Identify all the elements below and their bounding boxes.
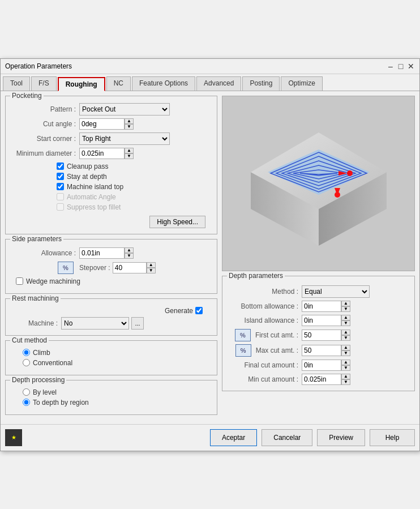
first-cut-percent-button[interactable]: % [235,329,251,341]
island-allowance-label: Island allowance : [228,316,302,324]
tab-bar: Tool F/S Roughing NC Feature Options Adv… [1,74,419,91]
side-parameters-label: Side parameters [10,235,63,243]
first-cut-input[interactable]: 50 [302,330,341,341]
stepover-input[interactable]: 40 [113,262,147,273]
generate-checkbox[interactable] [195,307,203,314]
final-cut-down[interactable]: ▼ [341,365,350,371]
island-allowance-up[interactable]: ▲ [341,315,350,320]
machine-select[interactable]: No Yes [61,317,129,330]
allowance-label: Allowance : [11,249,79,257]
machine-island-top-row: Machine island top [57,183,211,191]
cleanup-pass-label: Cleanup pass [67,162,108,170]
suppress-top-fillet-checkbox[interactable] [57,203,64,211]
min-diameter-up[interactable]: ▲ [125,148,134,153]
method-select[interactable]: Equal Constant Variable [302,285,370,298]
cut-angle-spinner: ▲ ▼ [125,118,134,130]
tab-optimize[interactable]: Optimize [281,76,322,91]
wedge-machining-label: Wedge machining [26,277,80,285]
first-cut-down[interactable]: ▼ [341,335,350,341]
bottom-allowance-spinner: ▲ ▼ [341,301,350,312]
min-cut-label: Min cut amount : [228,375,302,383]
window-controls: – □ ✕ [387,62,415,70]
stepover-down[interactable]: ▼ [147,268,156,273]
cut-angle-control: 0deg ▲ ▼ [79,118,211,130]
to-depth-radio[interactable] [23,399,30,406]
cut-angle-input[interactable]: 0deg [79,118,125,130]
min-diameter-label: Minimum diameter : [11,149,79,157]
machine-island-top-label: Machine island top [67,183,123,191]
tab-posting[interactable]: Posting [242,76,280,91]
conventional-radio[interactable] [23,359,30,366]
stepover-up[interactable]: ▲ [147,262,156,268]
pattern-select[interactable]: Pocket Out Pocket In Zigzag [79,103,170,116]
cleanup-pass-checkbox[interactable] [57,162,64,170]
by-level-radio[interactable] [23,388,30,396]
min-cut-up[interactable]: ▲ [341,374,350,379]
allowance-input[interactable]: 0.01in [79,247,125,259]
high-speed-button[interactable]: High Speed... [149,216,205,228]
side-percent-button[interactable]: % [58,262,74,274]
maximize-button[interactable]: □ [397,62,405,70]
to-depth-row: To depth by region [23,399,211,407]
conventional-row: Conventional [23,359,211,367]
bottom-allowance-down[interactable]: ▼ [341,306,350,312]
min-diameter-input[interactable]: 0.025in [79,148,125,159]
stay-at-depth-checkbox[interactable] [57,173,64,180]
start-corner-label: Start corner : [11,135,79,143]
generate-label: Generate [165,307,193,315]
min-diameter-control: 0.025in ▲ ▼ [79,148,211,159]
allowance-down[interactable]: ▼ [125,253,134,259]
final-cut-up[interactable]: ▲ [341,360,350,365]
max-cut-percent-button[interactable]: % [235,344,251,357]
bottom-allowance-up[interactable]: ▲ [341,301,350,306]
climb-label: Climb [33,349,50,357]
tab-tool[interactable]: Tool [3,76,30,91]
automatic-angle-label: Automatic Angle [67,193,116,201]
help-button[interactable]: Help [370,429,415,446]
wedge-machining-checkbox[interactable] [16,277,23,285]
start-corner-select[interactable]: Top Right Top Left Bottom Right Bottom L… [79,132,170,145]
minimize-button[interactable]: – [387,62,395,70]
right-panel: Depth parameters Method : Equal Constant… [222,96,415,420]
main-content: Pocketing Pattern : Pocket Out Pocket In… [1,91,419,424]
island-allowance-spinner: ▲ ▼ [341,315,350,326]
first-cut-spinner: ▲ ▼ [341,330,350,341]
tab-feature-options[interactable]: Feature Options [132,76,195,91]
machine-dots-button[interactable]: ... [131,317,144,330]
cut-angle-up[interactable]: ▲ [125,118,134,124]
max-cut-up[interactable]: ▲ [341,345,350,350]
cut-angle-down[interactable]: ▼ [125,124,134,130]
tab-advanced[interactable]: Advanced [196,76,241,91]
stepover-spinner: ▲ ▼ [147,262,156,273]
tab-nc[interactable]: NC [106,76,131,91]
min-diameter-down[interactable]: ▼ [125,153,134,159]
accept-button[interactable]: Aceptar [210,429,257,446]
cancel-button[interactable]: Cancelar [262,429,312,446]
climb-radio[interactable] [23,349,30,356]
island-allowance-down[interactable]: ▼ [341,320,350,326]
max-cut-down[interactable]: ▼ [341,350,350,356]
pattern-control: Pocket Out Pocket In Zigzag [79,103,211,116]
close-button[interactable]: ✕ [407,62,415,70]
pattern-label: Pattern : [11,105,79,113]
island-allowance-input[interactable]: 0in [302,315,341,326]
min-cut-down[interactable]: ▼ [341,379,350,385]
bottom-allowance-input[interactable]: 0in [302,301,341,312]
preview-button[interactable]: Preview [317,429,365,446]
allowance-up[interactable]: ▲ [125,247,134,253]
cut-method-label: Cut method [10,336,49,344]
min-cut-spinner: ▲ ▼ [341,374,350,385]
min-cut-input[interactable]: 0.025in [302,374,341,385]
automatic-angle-checkbox[interactable] [57,193,64,200]
start-corner-control: Top Right Top Left Bottom Right Bottom L… [79,132,211,145]
first-cut-up[interactable]: ▲ [341,330,350,335]
final-cut-input[interactable]: 0in [302,360,341,371]
tab-fs[interactable]: F/S [31,76,57,91]
max-cut-input[interactable]: 50 [302,345,341,356]
conventional-label: Conventional [33,359,72,367]
suppress-top-fillet-row: Suppress top fillet [57,203,211,211]
machine-island-top-checkbox[interactable] [57,183,64,190]
tab-roughing[interactable]: Roughing [58,77,105,91]
cut-method-section: Cut method Climb Conventional [5,340,217,375]
stay-at-depth-row: Stay at depth [57,173,211,181]
